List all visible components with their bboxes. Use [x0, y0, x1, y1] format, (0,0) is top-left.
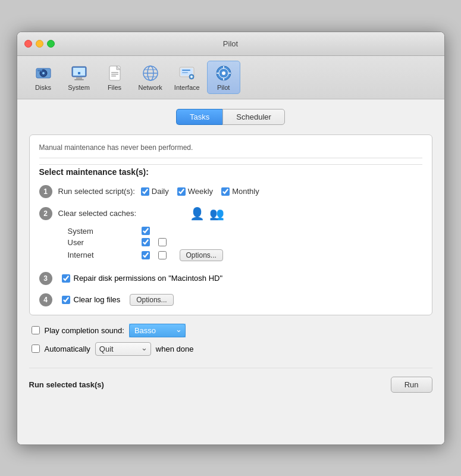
- auto-row: Automatically Quit Sleep Restart Shut Do…: [29, 342, 432, 356]
- main-section: Manual maintenance has never been perfor…: [29, 134, 432, 315]
- zoom-button[interactable]: [47, 40, 55, 48]
- toolbar-item-pilot[interactable]: Pilot: [207, 61, 240, 94]
- task-row-3: 3 Repair disk permissions on "Macintosh …: [39, 272, 422, 285]
- pilot-icon: [214, 64, 233, 83]
- window-title: Pilot: [223, 39, 238, 48]
- task-row-4: 4 Clear log files Options...: [39, 293, 422, 306]
- toolbar-item-system[interactable]: System: [62, 61, 96, 93]
- system-icon: [70, 64, 89, 83]
- toolbar: Disks System: [17, 56, 444, 99]
- app-window: Pilot Disks: [17, 32, 445, 445]
- cache-system-label: System: [58, 227, 142, 236]
- repair-disk-checkbox[interactable]: [62, 274, 70, 283]
- cache-internet-group-checkbox[interactable]: [158, 251, 167, 259]
- repair-disk-label: Repair disk permissions on "Macintosh HD…: [74, 274, 223, 283]
- weekly-checkbox[interactable]: [177, 187, 186, 196]
- user-single-icon: 👤: [190, 206, 205, 221]
- daily-checkbox[interactable]: [141, 187, 149, 196]
- daily-checkbox-item[interactable]: Daily: [141, 187, 169, 196]
- monthly-checkbox-item[interactable]: Monthly: [221, 187, 259, 196]
- tab-tasks[interactable]: Tasks: [176, 109, 222, 125]
- interface-label: Interface: [174, 84, 200, 91]
- task-number-2: 2: [39, 207, 52, 220]
- play-sound-label: Play completion sound:: [45, 326, 124, 335]
- content-area: Tasks Scheduler Manual maintenance has n…: [17, 99, 444, 444]
- svg-rect-6: [76, 77, 82, 79]
- svg-rect-12: [111, 76, 116, 77]
- weekly-checkbox-item[interactable]: Weekly: [177, 187, 213, 196]
- cache-system-user-checkbox[interactable]: [142, 227, 150, 235]
- svg-point-25: [222, 71, 225, 75]
- cache-internet-user-checkbox[interactable]: [142, 251, 150, 259]
- auto-select-wrapper: Quit Sleep Restart Shut Down: [95, 342, 151, 356]
- weekly-label: Weekly: [188, 187, 213, 196]
- svg-rect-3: [37, 70, 42, 71]
- svg-rect-20: [182, 70, 190, 71]
- auto-label-after: when done: [156, 345, 194, 353]
- auto-label-before: Automatically: [45, 345, 90, 353]
- svg-rect-5: [73, 68, 85, 76]
- svg-rect-11: [111, 74, 118, 75]
- caches-section: System User I: [58, 227, 223, 264]
- system-label: System: [68, 84, 90, 91]
- interface-icon: [177, 64, 196, 83]
- footer: Run selected task(s) Run: [29, 368, 432, 393]
- monthly-label: Monthly: [232, 187, 259, 196]
- task-1-checkboxes: Daily Weekly Monthly: [141, 187, 259, 196]
- network-label: Network: [139, 84, 162, 91]
- titlebar: Pilot: [17, 32, 444, 56]
- svg-rect-21: [182, 72, 188, 73]
- task-number-4: 4: [39, 293, 52, 306]
- maintenance-note: Manual maintenance has never been perfor…: [39, 143, 422, 158]
- cache-internet-label: Internet: [58, 250, 142, 259]
- traffic-lights: [24, 40, 55, 48]
- user-group-icon: 👥: [209, 206, 224, 221]
- sound-select[interactable]: Basso Blow Bottle Frog Funk Glass Hero M…: [129, 324, 186, 337]
- cache-system-checks: [142, 227, 150, 235]
- close-button[interactable]: [24, 40, 32, 48]
- task-row-2: 2 Clear selected caches: 👤 👥 System: [39, 206, 422, 264]
- auto-checkbox[interactable]: [32, 345, 40, 353]
- cache-row-internet: Internet Options...: [58, 249, 223, 261]
- toolbar-item-network[interactable]: Network: [134, 61, 167, 93]
- divider: [39, 164, 422, 165]
- svg-point-2: [42, 72, 45, 74]
- auto-select[interactable]: Quit Sleep Restart Shut Down: [95, 342, 151, 356]
- task-number-1: 1: [39, 185, 52, 198]
- play-sound-checkbox[interactable]: [32, 326, 40, 334]
- cache-user-checks: [142, 238, 167, 246]
- task-2-label: Clear selected caches:: [58, 209, 137, 218]
- task-number-3: 3: [39, 272, 52, 285]
- cache-user-group-checkbox[interactable]: [158, 238, 167, 246]
- files-label: Files: [108, 84, 121, 91]
- tab-bar: Tasks Scheduler: [29, 109, 432, 125]
- daily-label: Daily: [152, 187, 169, 196]
- internet-options-button[interactable]: Options...: [180, 249, 223, 261]
- clear-log-checkbox[interactable]: [62, 296, 70, 304]
- files-icon: [105, 64, 124, 83]
- cache-user-label: User: [58, 238, 142, 247]
- cache-user-user-checkbox[interactable]: [142, 238, 150, 246]
- toolbar-item-interface[interactable]: Interface: [170, 61, 205, 93]
- sound-row: Play completion sound: Basso Blow Bottle…: [29, 324, 432, 337]
- run-tasks-label: Run selected task(s): [29, 380, 104, 389]
- task-row-1: 1 Run selected script(s): Daily Weekly M…: [39, 185, 422, 198]
- sound-select-wrapper: Basso Blow Bottle Frog Funk Glass Hero M…: [129, 324, 186, 337]
- select-tasks-title: Select maintenance task(s):: [39, 167, 422, 177]
- pilot-label: Pilot: [217, 84, 230, 91]
- toolbar-item-disks[interactable]: Disks: [27, 61, 60, 93]
- run-button[interactable]: Run: [391, 377, 432, 393]
- cache-row-user: User: [58, 238, 223, 247]
- minimize-button[interactable]: [36, 40, 43, 48]
- monthly-checkbox[interactable]: [221, 187, 230, 196]
- tab-scheduler[interactable]: Scheduler: [222, 109, 285, 125]
- log-options-button[interactable]: Options...: [130, 294, 173, 306]
- toolbar-item-files[interactable]: Files: [98, 61, 131, 93]
- svg-rect-7: [74, 79, 84, 80]
- cache-internet-checks: Options...: [142, 249, 223, 261]
- svg-rect-10: [111, 72, 118, 73]
- task-1-label: Run selected script(s):: [58, 187, 135, 196]
- disks-icon: [34, 64, 53, 83]
- network-icon: [141, 64, 160, 83]
- cache-row-system: System: [58, 227, 223, 236]
